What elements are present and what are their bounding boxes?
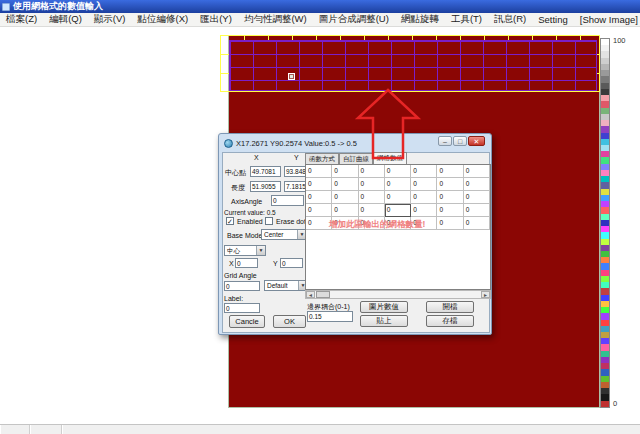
grid-cell[interactable]: 0 (385, 178, 411, 191)
status-bar (0, 424, 640, 434)
grid-cell[interactable]: 0 (411, 178, 437, 191)
dialog-icon (224, 139, 233, 148)
column-header-x: X (254, 154, 259, 161)
menu-bar: 檔案(Z)編輯(Q)顯示(V)點位編修(X)匯出(Y)均勻性調整(W)圖片合成調… (0, 13, 640, 27)
scroll-right-icon[interactable]: ► (481, 291, 490, 298)
grid-cell[interactable]: 0 (411, 191, 437, 204)
offset-x-input[interactable]: 0 (235, 258, 258, 268)
grid-cell[interactable]: 0 (411, 165, 437, 178)
open-file-button[interactable]: 開檔 (426, 301, 474, 313)
grid-cell[interactable]: 0 (437, 204, 463, 217)
grid-cell[interactable]: 0 (332, 178, 358, 191)
grid-angle-mode-select[interactable]: Default ▼ (264, 280, 308, 291)
grid-cell[interactable]: 0 (464, 191, 490, 204)
grid-value-dialog: X17.2671 Y90.2574 Value:0.5 -> 0.5 – □ ✕… (218, 133, 492, 335)
label-input[interactable]: 0 (224, 303, 260, 313)
axis-angle-input[interactable]: 0 (271, 195, 304, 206)
save-file-button[interactable]: 存檔 (426, 315, 474, 327)
grid-cell[interactable]: 0 (464, 178, 490, 191)
grid-cell[interactable]: 0 (332, 191, 358, 204)
menu-item-5[interactable]: 匯出(Y) (194, 13, 238, 26)
grid-cell[interactable]: 0 (437, 165, 463, 178)
tab-1[interactable]: 函數方式 (305, 153, 339, 164)
grid-row: 0000000 (306, 191, 490, 204)
base-mode-label: Base Mode (227, 232, 262, 239)
app-icon (2, 3, 10, 11)
grid-cell[interactable]: 0 (359, 165, 385, 178)
menu-item-6[interactable]: 均勻性調整(W) (238, 13, 313, 26)
image-values-button[interactable]: 圖片數值 (360, 301, 408, 313)
annotation-note: 增加此區輸出的網格數量! (329, 219, 425, 231)
chevron-down-icon[interactable]: ▼ (256, 246, 265, 255)
grid-row: 0000000 (306, 204, 490, 217)
menu-item-12[interactable]: [Show Image] (574, 14, 640, 25)
grid-cell[interactable]: 0 (437, 217, 463, 230)
offset-y-label: Y (273, 260, 278, 267)
grid-cell[interactable]: 0 (306, 191, 332, 204)
label-label: Label: (224, 295, 243, 302)
base-mode-select[interactable]: Center ▼ (261, 229, 307, 240)
grid-cell[interactable]: 0 (332, 165, 358, 178)
axis-angle-label: AxisAngle (231, 198, 262, 205)
grid-cell[interactable]: 0 (306, 165, 332, 178)
purple-grid-overlay (229, 40, 597, 91)
menu-item-8[interactable]: 網點旋轉 (395, 13, 445, 26)
application-window: 使用網格式的數值輸入 檔案(Z)編輯(Q)顯示(V)點位編修(X)匯出(Y)均勻… (0, 0, 640, 434)
grid-cell[interactable]: 0 (437, 191, 463, 204)
enabled-checkbox[interactable]: ✓ (226, 217, 234, 225)
menu-item-7[interactable]: 圖片合成調整(U) (313, 13, 395, 26)
dialog-tabs: 函數方式自訂曲線網格數值 (305, 153, 407, 164)
grid-cell[interactable]: 0 (359, 204, 385, 217)
tab-2[interactable]: 自訂曲線 (339, 153, 373, 164)
menu-item-2[interactable]: 編輯(Q) (43, 13, 88, 26)
grid-cell[interactable]: 0 (464, 204, 490, 217)
boundary-blend-input[interactable]: 0.15 (307, 311, 353, 322)
grid-cell[interactable]: 0 (332, 204, 358, 217)
offset-y-input[interactable]: 0 (280, 258, 303, 268)
scroll-left-icon[interactable]: ◄ (306, 291, 315, 298)
window-title: 使用網格式的數值輸入 (13, 0, 103, 13)
grid-row: 0000000 (306, 165, 490, 178)
grid-cell[interactable]: 0 (306, 178, 332, 191)
grid-cell[interactable]: 0 (437, 178, 463, 191)
colorbar-max-label: 100 (613, 36, 626, 45)
menu-item-1[interactable]: 檔案(Z) (0, 13, 43, 26)
enabled-label: Enabled (237, 218, 263, 225)
status-cell (30, 425, 62, 434)
paste-button[interactable]: 貼上 (360, 315, 408, 327)
horizontal-scrollbar[interactable]: ◄ ► (305, 290, 491, 299)
grid-angle-input[interactable]: 0 (224, 281, 260, 291)
grid-cell[interactable]: 0 (306, 204, 332, 217)
menu-item-9[interactable]: 工具(T) (445, 13, 488, 26)
scrollbar-track[interactable] (315, 291, 481, 298)
dialog-close-button[interactable]: ✕ (468, 136, 485, 146)
grid-cell[interactable]: 0 (464, 217, 490, 230)
anchor-select[interactable]: 中心 ▼ (224, 245, 266, 256)
colorbar-min-label: 0 (613, 399, 617, 408)
color-bar (600, 38, 610, 408)
offset-x-label: X (229, 260, 234, 267)
erase-dots-checkbox[interactable] (265, 217, 273, 225)
menu-item-3[interactable]: 顯示(V) (88, 13, 132, 26)
tab-3[interactable]: 網格數值 (373, 152, 407, 164)
grid-cell[interactable]: 0 (385, 165, 411, 178)
grid-cell[interactable]: 0 (359, 191, 385, 204)
grid-cell[interactable]: 0 (385, 204, 411, 217)
colorbar-swatch (601, 401, 609, 407)
dialog-body: X Y 中心點 49.7081 93.8482 長度 51.9055 7.181… (222, 152, 490, 333)
dialog-minimize-button[interactable]: – (438, 136, 452, 146)
grid-cell[interactable]: 0 (359, 178, 385, 191)
cancel-button[interactable]: Cancle (229, 315, 265, 328)
dialog-maximize-button[interactable]: □ (453, 136, 467, 146)
ok-button[interactable]: OK (273, 315, 306, 328)
menu-item-4[interactable]: 點位編修(X) (132, 13, 195, 26)
scrollbar-thumb[interactable] (316, 291, 330, 298)
grid-cell[interactable]: 0 (411, 204, 437, 217)
grid-cell[interactable]: 0 (464, 165, 490, 178)
length-x-input[interactable]: 51.9055 (250, 181, 281, 192)
center-x-input[interactable]: 49.7081 (250, 166, 281, 177)
menu-item-10[interactable]: 訊息(R) (488, 13, 532, 26)
center-label: 中心點 (225, 168, 246, 178)
grid-cell[interactable]: 0 (385, 191, 411, 204)
menu-item-11[interactable]: Setting (532, 14, 574, 25)
